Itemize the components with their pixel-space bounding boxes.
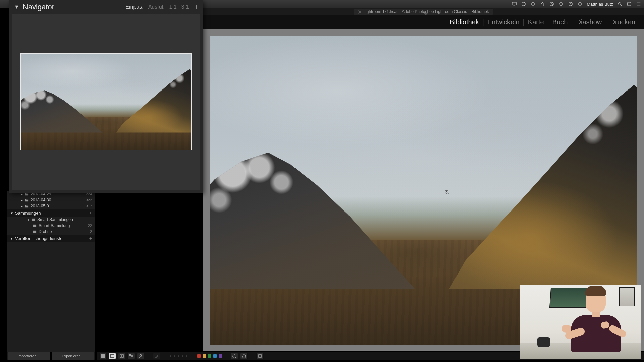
rotate-ccw-button[interactable] xyxy=(231,353,238,359)
loupe-view-button[interactable] xyxy=(109,353,116,359)
svg-rect-19 xyxy=(129,354,131,356)
zoom-fit[interactable]: Einpas. xyxy=(125,4,143,10)
sync-icon[interactable] xyxy=(521,1,526,7)
module-picker: Bibliothek| Entwickeln| Karte| Buch| Dia… xyxy=(203,15,644,29)
folder-count: 317 xyxy=(86,204,92,208)
collection-name: Smart-Sammlung xyxy=(39,223,70,228)
module-entwickeln[interactable]: Entwickeln xyxy=(485,18,522,26)
rating-stars[interactable]: ★★★★★ xyxy=(169,354,189,358)
zoom-fill[interactable]: Ausfül. xyxy=(148,4,165,10)
svg-rect-11 xyxy=(33,230,36,233)
color-label-yellow[interactable] xyxy=(203,354,206,358)
folder-row[interactable]: ▸ 2018-04-30 322 xyxy=(7,197,95,203)
smart-collection-icon xyxy=(32,218,35,222)
chevron-right-icon: ▸ xyxy=(11,236,13,241)
navigator-header[interactable]: ▼ Navigator Einpas. Ausfül. 1:1 3:1 ▲▼ xyxy=(9,0,203,14)
collection-item[interactable]: ▸ Smart-Sammlungen xyxy=(7,217,95,223)
grid-view-button[interactable] xyxy=(99,353,107,359)
zoom-1to1[interactable]: 1:1 xyxy=(169,4,177,10)
status-dot-icon[interactable] xyxy=(577,1,583,7)
export-button[interactable]: Exportieren… xyxy=(52,352,95,360)
color-label-purple[interactable] xyxy=(219,354,222,358)
folder-name: 2018-05-01 xyxy=(31,204,51,208)
chevron-right-icon: ▸ xyxy=(21,204,23,208)
svg-point-2 xyxy=(532,3,535,6)
navigator-thumbnail[interactable] xyxy=(20,53,192,150)
left-panel: ▸ 2018-04-29 224 ▸ 2018-04-30 322 ▸ 2018… xyxy=(7,191,95,352)
color-label-green[interactable] xyxy=(208,354,211,358)
chevron-right-icon: ▸ xyxy=(28,217,30,222)
cloud-icon[interactable] xyxy=(530,1,536,7)
add-collection-icon[interactable]: + xyxy=(89,210,92,216)
chevron-down-icon[interactable] xyxy=(424,13,428,15)
folder-icon xyxy=(25,198,29,202)
add-publish-icon[interactable]: + xyxy=(89,236,92,241)
power-icon[interactable] xyxy=(568,1,573,7)
collection-item[interactable]: Smart-Sammlung 22 xyxy=(7,223,95,229)
collection-item[interactable]: Drohne 2 xyxy=(7,229,95,235)
svg-rect-17 xyxy=(120,355,121,357)
svg-rect-20 xyxy=(131,355,133,357)
module-karte[interactable]: Karte xyxy=(525,18,547,26)
import-button[interactable]: Importieren… xyxy=(7,352,50,360)
collection-count: 22 xyxy=(88,224,92,228)
clock-icon[interactable] xyxy=(549,1,554,7)
publish-header[interactable]: ▸ Veröffentlichungsdienste + xyxy=(7,235,95,242)
svg-point-21 xyxy=(140,355,142,356)
chevron-down-icon: ▼ xyxy=(14,4,19,10)
import-export-bar: Importieren… Exportieren… xyxy=(7,352,95,360)
svg-rect-14 xyxy=(101,356,103,358)
svg-point-1 xyxy=(522,2,526,6)
svg-rect-13 xyxy=(103,354,105,356)
smart-collection-icon xyxy=(33,224,37,228)
zoom-stepper[interactable]: ▲▼ xyxy=(195,5,198,9)
svg-rect-0 xyxy=(512,2,516,5)
svg-rect-7 xyxy=(628,2,631,6)
zoom-ratio[interactable]: 3:1 xyxy=(181,4,189,10)
navigator-title: Navigator xyxy=(23,3,54,11)
chevron-right-icon: ▸ xyxy=(21,198,23,202)
module-buch[interactable]: Buch xyxy=(550,18,571,26)
folder-count: 322 xyxy=(86,198,92,202)
close-icon[interactable] xyxy=(358,10,361,13)
webcam-overlay xyxy=(520,285,641,359)
collection-icon xyxy=(33,230,37,234)
svg-rect-15 xyxy=(103,356,105,358)
collections-header[interactable]: ▾ Sammlungen + xyxy=(7,209,95,217)
siri-icon[interactable] xyxy=(627,1,632,7)
module-drucken[interactable]: Drucken xyxy=(608,18,638,26)
folder-icon xyxy=(25,204,29,208)
navigator-panel: ▼ Navigator Einpas. Ausfül. 1:1 3:1 ▲▼ xyxy=(9,0,203,193)
compare-view-button[interactable] xyxy=(118,353,125,359)
menu-icon[interactable] xyxy=(636,1,641,7)
drop-icon[interactable] xyxy=(540,1,545,7)
display-icon[interactable] xyxy=(512,1,517,7)
module-diashow[interactable]: Diashow xyxy=(574,18,605,26)
folder-name: 2018-04-30 xyxy=(31,198,51,202)
collection-count: 2 xyxy=(90,230,92,234)
chevron-down-icon: ▾ xyxy=(11,210,13,216)
rotate-cw-button[interactable] xyxy=(240,353,248,359)
people-view-button[interactable] xyxy=(137,353,144,359)
svg-rect-10 xyxy=(33,224,36,227)
painter-tool-button[interactable] xyxy=(153,353,160,359)
spotlight-icon[interactable] xyxy=(617,1,623,7)
svg-rect-9 xyxy=(32,218,35,221)
collections-title: Sammlungen xyxy=(15,210,41,216)
svg-rect-16 xyxy=(111,354,114,358)
refresh-icon[interactable] xyxy=(558,1,564,7)
svg-rect-12 xyxy=(101,354,103,356)
color-label-red[interactable] xyxy=(197,354,201,358)
mac-user-name[interactable]: Matthias Butz xyxy=(587,2,613,7)
color-label-blue[interactable] xyxy=(213,354,217,358)
survey-view-button[interactable] xyxy=(127,353,135,359)
module-bibliothek[interactable]: Bibliothek xyxy=(447,18,482,26)
svg-point-5 xyxy=(579,3,582,6)
folder-row[interactable]: ▸ 2018-05-01 317 xyxy=(7,203,95,209)
collection-name: Smart-Sammlungen xyxy=(37,217,73,222)
sync-overlay-button[interactable] xyxy=(256,353,264,359)
collection-name: Drohne xyxy=(39,229,52,234)
svg-rect-18 xyxy=(122,355,123,357)
svg-point-6 xyxy=(619,3,621,5)
navigator-body[interactable] xyxy=(12,14,200,190)
